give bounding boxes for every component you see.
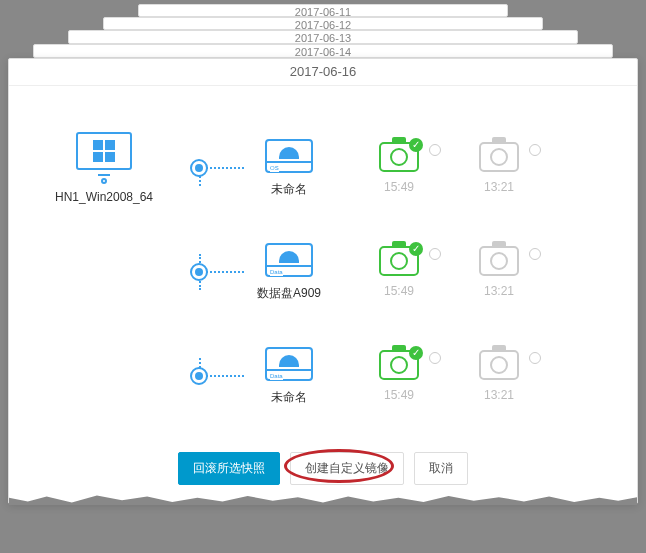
disk-row: Data 数据盘A909 ✓ 15:49 13:21 [39,220,607,324]
cancel-button[interactable]: 取消 [414,452,468,485]
connector-horizontal-line [206,167,244,169]
disk-tag-label: Data [270,269,283,276]
instance-monitor-icon [76,132,132,170]
disk-icon: Data [265,347,313,381]
snapshot-radio[interactable] [529,144,541,156]
disk-icon: OS [265,139,313,173]
disk-tag-label: Data [270,373,283,380]
snapshot-radio[interactable] [529,352,541,364]
stacked-date-card[interactable]: 2017-06-12 [103,17,543,30]
snapshot-time-label: 15:49 [349,388,449,402]
check-badge-icon: ✓ [409,346,423,360]
snapshot-camera-icon[interactable]: ✓ [379,350,419,380]
snapshot-time-label: 15:49 [349,180,449,194]
snapshot-camera-icon[interactable] [479,350,519,380]
snapshot-time-label: 13:21 [449,180,549,194]
stacked-date-card[interactable]: 2017-06-13 [68,30,578,44]
rollback-button[interactable]: 回滚所选快照 [178,452,280,485]
node-dot-icon [190,263,208,281]
instance-name-label: HN1_Win2008_64 [39,190,169,204]
snapshot-radio[interactable] [529,248,541,260]
snapshot-radio[interactable] [429,144,441,156]
node-dot-icon [190,159,208,177]
dialog-footer: 回滚所选快照 创建自定义镜像 取消 [9,438,637,503]
disk-icon: Data [265,243,313,277]
stacked-date-card[interactable]: 2017-06-14 [33,44,613,58]
stacked-date-label: 2017-06-11 [295,6,351,18]
disk-row: Data 未命名 ✓ 15:49 13:21 [39,324,607,428]
stacked-date-label: 2017-06-14 [295,46,351,58]
snapshot-camera-icon[interactable]: ✓ [379,246,419,276]
monitor-base-icon [101,178,107,184]
connector-horizontal-line [206,271,244,273]
create-image-button[interactable]: 创建自定义镜像 [290,452,404,485]
stacked-date-card[interactable]: 2017-06-11 [138,4,508,17]
snapshot-radio[interactable] [429,248,441,260]
check-badge-icon: ✓ [409,242,423,256]
snapshot-time-label: 13:21 [449,284,549,298]
disk-name-label: 未命名 [229,389,349,406]
snapshot-radio[interactable] [429,352,441,364]
disk-tag-label: OS [270,165,279,172]
main-date-label: 2017-06-16 [9,59,637,86]
windows-logo-icon [93,140,115,162]
check-badge-icon: ✓ [409,138,423,152]
connector-horizontal-line [206,375,244,377]
snapshot-camera-icon[interactable] [479,142,519,172]
snapshot-camera-icon[interactable]: ✓ [379,142,419,172]
node-dot-icon [190,367,208,385]
disk-name-label: 数据盘A909 [229,285,349,302]
snapshot-time-label: 13:21 [449,388,549,402]
stacked-date-label: 2017-06-13 [295,32,351,44]
stacked-date-label: 2017-06-12 [295,19,351,31]
disk-name-label: 未命名 [229,181,349,198]
disk-row: HN1_Win2008_64 OS 未命名 ✓ 15:49 [39,116,607,220]
snapshot-detail-card: 2017-06-16 HN1_Win2008_64 OS 未命名 [8,58,638,504]
monitor-stand-icon [98,174,110,176]
snapshot-time-label: 15:49 [349,284,449,298]
snapshot-content: HN1_Win2008_64 OS 未命名 ✓ 15:49 [9,86,637,438]
snapshot-camera-icon[interactable] [479,246,519,276]
